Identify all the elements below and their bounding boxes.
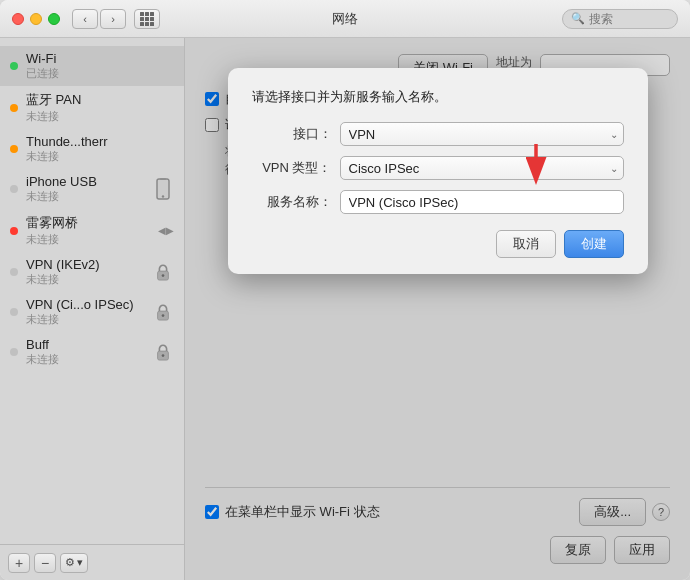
grid-icon — [140, 12, 154, 26]
dialog-buttons: 取消 创建 — [252, 230, 624, 258]
dialog-servicename-row: 服务名称： — [252, 190, 624, 214]
search-box[interactable]: 🔍 — [562, 9, 678, 29]
item-status-wifi: 已连接 — [26, 66, 174, 81]
main-panel: 关闭 Wi-Fi 地址为 自动加入此网络 询问加入新网络 将自动加入已知网络。如… — [185, 38, 690, 580]
item-text-wifi: Wi-Fi 已连接 — [26, 51, 174, 81]
search-icon: 🔍 — [571, 12, 585, 25]
dialog: 请选择接口并为新服务输入名称。 接口： VPN 以太网 Wi-Fi 蓝牙 PAN… — [228, 68, 648, 274]
gear-menu-button[interactable]: ⚙ ▾ — [60, 553, 88, 573]
item-name-buff: Buff — [26, 337, 144, 352]
minimize-button[interactable] — [30, 13, 42, 25]
dialog-overlay: 请选择接口并为新服务输入名称。 接口： VPN 以太网 Wi-Fi 蓝牙 PAN… — [185, 38, 690, 580]
item-name-thunderbolt: Thunde...therr — [26, 134, 174, 149]
status-dot-thunderbridge — [10, 227, 18, 235]
item-name-vpncisco: VPN (Ci...o IPSec) — [26, 297, 144, 312]
item-status-thunderbolt: 未连接 — [26, 149, 174, 164]
service-name-input[interactable] — [340, 190, 624, 214]
svg-point-1 — [162, 195, 164, 197]
vpntype-select[interactable]: Cisco IPSec IKEv2 L2TP over IPSec — [340, 156, 624, 180]
status-dot-vpnikev2 — [10, 268, 18, 276]
chevron-down-icon: ▾ — [77, 556, 83, 569]
item-name-thunderbridge: 雷雾网桥 — [26, 214, 150, 232]
item-text-vpncisco: VPN (Ci...o IPSec) 未连接 — [26, 297, 144, 327]
sidebar-toolbar: + − ⚙ ▾ — [0, 544, 184, 580]
grid-button[interactable] — [134, 9, 160, 29]
remove-network-button[interactable]: − — [34, 553, 56, 573]
item-text-bluetooth: 蓝牙 PAN 未连接 — [26, 91, 174, 124]
sidebar-item-thunderbridge[interactable]: 雷雾网桥 未连接 ◀▶ — [0, 209, 184, 252]
forward-button[interactable]: › — [100, 9, 126, 29]
sidebar: Wi-Fi 已连接 蓝牙 PAN 未连接 Thunde... — [0, 38, 185, 580]
dialog-vpntype-label: VPN 类型： — [252, 159, 332, 177]
item-status-vpnikev2: 未连接 — [26, 272, 144, 287]
add-network-button[interactable]: + — [8, 553, 30, 573]
gear-icon: ⚙ — [65, 556, 75, 569]
item-text-buff: Buff 未连接 — [26, 337, 144, 367]
lock-icon-vpncisco — [152, 301, 174, 323]
item-status-buff: 未连接 — [26, 352, 144, 367]
window-title: 网络 — [332, 10, 358, 28]
item-status-iphone: 未连接 — [26, 189, 144, 204]
svg-point-8 — [162, 354, 165, 357]
iphone-icon — [152, 178, 174, 200]
sidebar-item-thunderbolt[interactable]: Thunde...therr 未连接 — [0, 129, 184, 169]
item-text-thunderbridge: 雷雾网桥 未连接 — [26, 214, 150, 247]
status-dot-buff — [10, 348, 18, 356]
item-text-iphone: iPhone USB 未连接 — [26, 174, 144, 204]
sidebar-item-vpnikev2[interactable]: VPN (IKEv2) 未连接 — [0, 252, 184, 292]
sidebar-item-vpncisco[interactable]: VPN (Ci...o IPSec) 未连接 — [0, 292, 184, 332]
content-area: Wi-Fi 已连接 蓝牙 PAN 未连接 Thunde... — [0, 38, 690, 580]
sidebar-item-buff[interactable]: Buff 未连接 — [0, 332, 184, 372]
interface-select[interactable]: VPN 以太网 Wi-Fi 蓝牙 PAN — [340, 122, 624, 146]
item-status-thunderbridge: 未连接 — [26, 232, 150, 247]
search-input[interactable] — [589, 12, 669, 26]
dialog-vpntype-row: VPN 类型： Cisco IPSec IKEv2 L2TP over IPSe… — [252, 156, 624, 180]
status-dot-vpncisco — [10, 308, 18, 316]
status-dot-thunderbolt — [10, 145, 18, 153]
sidebar-list: Wi-Fi 已连接 蓝牙 PAN 未连接 Thunde... — [0, 38, 184, 544]
vpntype-select-wrapper: Cisco IPSec IKEv2 L2TP over IPSec ⌄ — [340, 156, 624, 180]
lock-icon-vpnikev2 — [152, 261, 174, 283]
item-status-vpncisco: 未连接 — [26, 312, 144, 327]
interface-select-wrapper: VPN 以太网 Wi-Fi 蓝牙 PAN ⌄ — [340, 122, 624, 146]
maximize-button[interactable] — [48, 13, 60, 25]
main-window: ‹ › 网络 🔍 — [0, 0, 690, 580]
traffic-lights — [12, 13, 60, 25]
svg-rect-2 — [160, 179, 166, 180]
dialog-cancel-button[interactable]: 取消 — [496, 230, 556, 258]
titlebar: ‹ › 网络 🔍 — [0, 0, 690, 38]
status-dot-bluetooth — [10, 104, 18, 112]
status-dot-wifi — [10, 62, 18, 70]
sidebar-item-iphone[interactable]: iPhone USB 未连接 — [0, 169, 184, 209]
item-status-bluetooth: 未连接 — [26, 109, 174, 124]
item-text-thunderbolt: Thunde...therr 未连接 — [26, 134, 174, 164]
svg-point-6 — [162, 314, 165, 317]
dialog-interface-label: 接口： — [252, 125, 332, 143]
sidebar-item-bluetooth[interactable]: 蓝牙 PAN 未连接 — [0, 86, 184, 129]
item-name-vpnikev2: VPN (IKEv2) — [26, 257, 144, 272]
back-button[interactable]: ‹ — [72, 9, 98, 29]
lock-icon-buff — [152, 341, 174, 363]
nav-buttons: ‹ › — [72, 9, 126, 29]
nav-arrows-icon: ◀▶ — [158, 225, 174, 236]
dialog-interface-row: 接口： VPN 以太网 Wi-Fi 蓝牙 PAN ⌄ — [252, 122, 624, 146]
dialog-servicename-label: 服务名称： — [252, 193, 332, 211]
sidebar-item-wifi[interactable]: Wi-Fi 已连接 — [0, 46, 184, 86]
item-name-wifi: Wi-Fi — [26, 51, 174, 66]
status-dot-iphone — [10, 185, 18, 193]
close-button[interactable] — [12, 13, 24, 25]
item-name-bluetooth: 蓝牙 PAN — [26, 91, 174, 109]
item-text-vpnikev2: VPN (IKEv2) 未连接 — [26, 257, 144, 287]
item-name-iphone: iPhone USB — [26, 174, 144, 189]
dialog-title: 请选择接口并为新服务输入名称。 — [252, 88, 624, 106]
svg-point-4 — [162, 274, 165, 277]
dialog-create-button[interactable]: 创建 — [564, 230, 624, 258]
